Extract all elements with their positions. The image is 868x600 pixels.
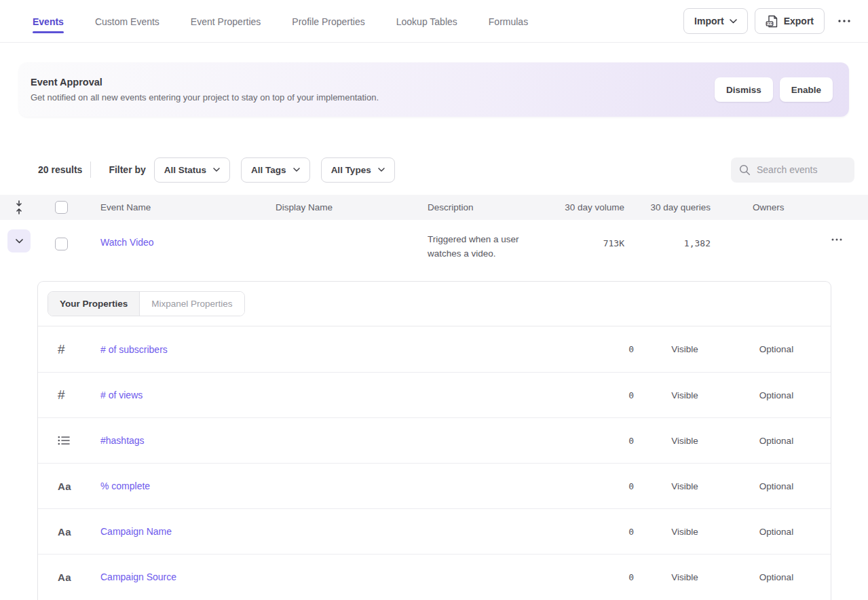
results-count: 20 results: [38, 164, 82, 175]
property-requirement: Optional: [736, 344, 817, 354]
queries-cell: 1,382: [624, 232, 711, 248]
property-row: Aa Campaign Source 0 Visible Optional: [38, 554, 831, 599]
tags-filter-dropdown[interactable]: All Tags: [241, 157, 310, 183]
nav-actions: Import csv Export: [683, 0, 853, 42]
volume-cell: 713K: [542, 232, 624, 248]
properties-segmented-control: Your Properties Mixpanel Properties: [48, 291, 245, 316]
property-requirement: Optional: [736, 390, 817, 400]
event-name-link[interactable]: Watch Video: [86, 232, 261, 248]
property-row: # # of subscribers 0 Visible Optional: [38, 326, 831, 372]
collapse-all-icon[interactable]: [14, 200, 24, 215]
export-button-label: Export: [784, 16, 814, 26]
property-name-link[interactable]: # of views: [100, 390, 580, 400]
chevron-down-icon: [213, 168, 220, 172]
tab-your-properties[interactable]: Your Properties: [48, 292, 139, 316]
number-icon: #: [58, 342, 100, 357]
property-visibility: Visible: [634, 436, 736, 446]
column-header-queries: 30 day queries: [624, 202, 711, 212]
column-header-description: Description: [413, 202, 542, 212]
ellipsis-icon: [831, 238, 842, 241]
row-actions-button[interactable]: [827, 234, 846, 245]
property-name-link[interactable]: # of subscribers: [100, 344, 580, 355]
property-count: 0: [580, 527, 634, 537]
tab-formulas[interactable]: Formulas: [489, 0, 528, 42]
property-requirement: Optional: [736, 572, 817, 582]
filter-toolbar: 20 results Filter by All Status All Tags…: [0, 157, 868, 183]
search-input[interactable]: [757, 164, 846, 175]
property-name-link[interactable]: Campaign Source: [100, 571, 580, 582]
more-menu-button[interactable]: [835, 16, 853, 26]
property-visibility: Visible: [634, 527, 736, 537]
text-icon: Aa: [58, 571, 100, 583]
property-requirement: Optional: [736, 527, 817, 537]
ellipsis-icon: [838, 20, 850, 22]
property-count: 0: [580, 572, 634, 582]
table-row: Watch Video Triggered when a user watche…: [0, 220, 868, 274]
property-visibility: Visible: [634, 344, 736, 354]
export-button[interactable]: csv Export: [755, 8, 825, 34]
tab-profile-properties[interactable]: Profile Properties: [292, 0, 364, 42]
status-filter-dropdown[interactable]: All Status: [154, 157, 230, 183]
event-properties-panel: Your Properties Mixpanel Properties # # …: [37, 281, 831, 600]
property-row: # # of views 0 Visible Optional: [38, 372, 831, 417]
property-name-link[interactable]: Campaign Name: [100, 526, 580, 537]
lexicon-tabs: Events Custom Events Event Properties Pr…: [33, 0, 528, 42]
property-requirement: Optional: [736, 436, 817, 446]
column-header-event-name: Event Name: [86, 202, 261, 212]
tab-lookup-tables[interactable]: Lookup Tables: [396, 0, 457, 42]
list-icon: [58, 435, 100, 446]
csv-file-icon: csv: [766, 15, 778, 28]
chevron-down-icon: [378, 168, 385, 172]
chevron-down-icon: [16, 239, 23, 244]
column-header-display-name: Display Name: [261, 202, 413, 212]
property-visibility: Visible: [634, 572, 736, 582]
property-row: Aa Campaign Name 0 Visible Optional: [38, 508, 831, 554]
column-header-owners: Owners: [711, 202, 806, 212]
property-count: 0: [580, 390, 634, 400]
tab-mixpanel-properties[interactable]: Mixpanel Properties: [139, 292, 244, 316]
property-name-link[interactable]: #hashtags: [100, 435, 580, 446]
property-requirement: Optional: [736, 481, 817, 491]
collapse-row-button[interactable]: [7, 229, 31, 252]
text-icon: Aa: [58, 481, 100, 492]
row-checkbox[interactable]: [55, 238, 68, 250]
column-header-volume: 30 day volume: [542, 202, 624, 212]
event-approval-banner: Event Approval Get notified on all new e…: [19, 62, 849, 117]
filter-by-label: Filter by: [109, 164, 145, 175]
property-count: 0: [580, 481, 634, 491]
top-navigation: Events Custom Events Event Properties Pr…: [0, 0, 868, 43]
import-button-label: Import: [694, 16, 724, 26]
description-cell: Triggered when a user watches a video.: [413, 232, 542, 261]
text-icon: Aa: [58, 526, 100, 538]
chevron-down-icon: [730, 19, 737, 24]
properties-tab-bar: Your Properties Mixpanel Properties: [38, 282, 831, 326]
search-icon: [739, 164, 751, 176]
events-table: Event Name Display Name Description 30 d…: [0, 195, 868, 274]
tab-events[interactable]: Events: [33, 0, 64, 42]
table-header-row: Event Name Display Name Description 30 d…: [0, 195, 868, 220]
property-count: 0: [580, 436, 634, 446]
property-visibility: Visible: [634, 481, 736, 491]
property-row: #hashtags 0 Visible Optional: [38, 417, 831, 463]
tab-event-properties[interactable]: Event Properties: [191, 0, 261, 42]
select-all-checkbox[interactable]: [55, 201, 68, 214]
dismiss-button[interactable]: Dismiss: [715, 77, 773, 102]
import-button[interactable]: Import: [683, 8, 748, 34]
number-icon: #: [58, 388, 100, 402]
active-tab-underline: [33, 31, 64, 33]
vertical-divider: [90, 162, 91, 178]
property-row: Aa % complete 0 Visible Optional: [38, 463, 831, 508]
tab-custom-events[interactable]: Custom Events: [95, 0, 159, 42]
banner-title: Event Approval: [31, 77, 379, 88]
banner-description: Get notified on all new events entering …: [31, 92, 379, 102]
search-box: [731, 157, 854, 183]
property-count: 0: [580, 344, 634, 354]
property-visibility: Visible: [634, 390, 736, 400]
chevron-down-icon: [293, 168, 300, 172]
property-name-link[interactable]: % complete: [100, 481, 580, 491]
tab-events-label: Events: [33, 16, 64, 27]
enable-button[interactable]: Enable: [780, 77, 833, 102]
types-filter-dropdown[interactable]: All Types: [321, 157, 395, 183]
banner-text: Event Approval Get notified on all new e…: [31, 77, 379, 102]
banner-actions: Dismiss Enable: [715, 77, 833, 102]
